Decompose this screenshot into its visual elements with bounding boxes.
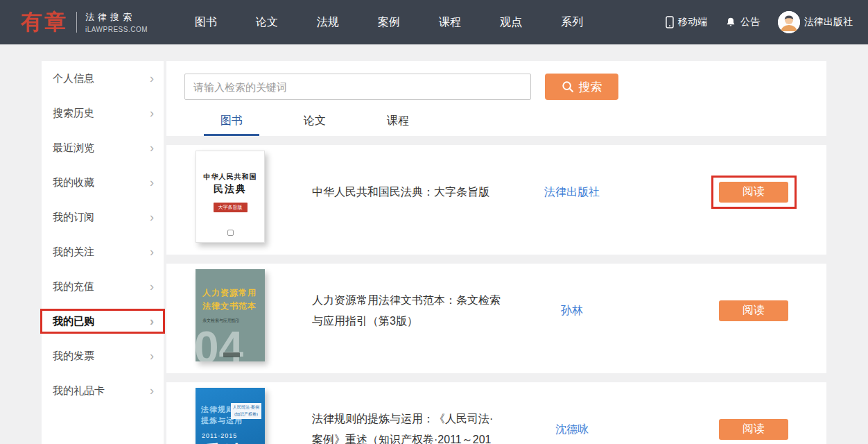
tab-books[interactable]: 图书 [204,107,259,136]
nav-papers[interactable]: 论文 [236,0,297,44]
book-title: 法律规则的提炼与运用：《人民司法· 案例》重述（知识产权卷·2011～201 [312,409,534,444]
read-button[interactable]: 阅读 [719,300,788,321]
book-cover[interactable]: 法律规则的 提炼与运用 人民司法·案例 (知识产权卷) 2011-2015 重述 [196,388,265,444]
publisher-logo-icon [223,352,240,357]
topbar: 有章 法律搜索 iLAWPRESS.COM 图书 论文 法规 案例 课程 观点 … [0,0,868,44]
cover-badge-line1: 人民司法·案例 [233,404,259,411]
sidebar-item-label: 我的礼品卡 [53,384,105,398]
nav-books[interactable]: 图书 [175,0,236,44]
chevron-right-icon: › [150,107,154,119]
cover-title-line2: 民法典 [214,183,247,196]
sidebar-item-label: 最近浏览 [53,142,94,155]
book-cover[interactable]: 中华人民共和国 民法典 大字条旨版 [196,151,265,243]
cover-title-line1: 人力资源常用 [202,287,265,299]
read-button-wrap: 阅读 [719,182,788,203]
notice-entry[interactable]: 公告 [725,16,760,28]
sidebar-item-profile[interactable]: 个人信息 › [42,61,164,96]
cover-years: 2011-2015 [202,432,265,439]
read-button-wrap: 阅读 [719,419,788,440]
cover-badge: 大字条旨版 [214,203,248,212]
sidebar: 个人信息 › 搜索历史 › 最近浏览 › 我的收藏 › 我的订阅 › 我的关注 … [42,61,164,444]
cover-title-line1: 中华人民共和国 [204,172,257,182]
nav-regulations[interactable]: 法规 [297,0,358,44]
search-input[interactable] [184,74,531,100]
search-button-label: 搜索 [579,79,602,95]
nav-series[interactable]: 系列 [541,0,602,44]
sidebar-item-label: 我的关注 [53,246,94,259]
notice-label: 公告 [740,16,760,28]
read-button[interactable]: 阅读 [719,182,788,203]
tab-courses[interactable]: 课程 [370,107,426,136]
book-title: 人力资源常用法律文书范本：条文检索 与应用指引（第3版） [312,290,534,332]
chevron-right-icon: › [150,280,154,293]
publisher-logo-icon [227,230,234,236]
nav-viewpoints[interactable]: 观点 [480,0,541,44]
user-entry[interactable]: 法律出版社 [778,11,853,33]
sidebar-item-label: 我的充值 [53,280,94,293]
chevron-right-icon: › [150,176,154,189]
book-title-line1: 中华人民共和国民法典：大字条旨版 [312,182,534,203]
book-author-link[interactable]: 孙林 [520,303,624,318]
phone-icon [666,16,674,28]
logo-domain: iLAWPRESS.COM [85,26,148,33]
book-title-line2: 案例》重述（知识产权卷·2011～201 [312,429,534,444]
user-avatar-icon [778,11,800,33]
sidebar-item-gift-cards[interactable]: 我的礼品卡 › [42,373,164,408]
book-author-link[interactable]: 法律出版社 [520,185,624,199]
chevron-right-icon: › [150,72,154,85]
sidebar-item-invoices[interactable]: 我的发票 › [42,339,164,373]
sidebar-item-label: 我的收藏 [53,176,94,189]
user-label: 法律出版社 [804,16,853,28]
bell-icon [725,17,736,28]
nav-cases[interactable]: 案例 [358,0,419,44]
book-title-line2: 与应用指引（第3版） [312,311,534,332]
read-button[interactable]: 阅读 [719,419,788,440]
logo-wordmark: 有章 [21,8,68,37]
cover-title-line2: 法律文书范本 [202,300,265,312]
sidebar-item-favorites[interactable]: 我的收藏 › [42,165,164,200]
result-tabs: 图书 论文 课程 [184,107,826,136]
tab-papers[interactable]: 论文 [287,107,342,136]
nav-courses[interactable]: 课程 [419,0,480,44]
search-panel: 搜索 图书 论文 课程 [166,61,826,136]
sidebar-item-search-history[interactable]: 搜索历史 › [42,96,164,130]
book-title-line1: 人力资源常用法律文书范本：条文检索 [312,290,534,311]
mobile-label: 移动端 [678,16,707,28]
sidebar-item-label: 我的订阅 [53,211,94,224]
sidebar-item-subscriptions[interactable]: 我的订阅 › [42,200,164,234]
sidebar-item-recently-viewed[interactable]: 最近浏览 › [42,130,164,165]
topbar-right: 移动端 公告 法律出版社 [648,11,868,33]
sidebar-item-label: 我的已购 [53,315,94,328]
read-button-wrap: 阅读 [719,300,788,321]
main-nav: 图书 论文 法规 案例 课程 观点 系列 [175,0,602,44]
chevron-right-icon: › [150,142,154,154]
book-author-link[interactable]: 沈德咏 [520,422,624,436]
chevron-right-icon: › [150,384,154,397]
book-title: 中华人民共和国民法典：大字条旨版 [312,182,534,203]
sidebar-item-label: 我的发票 [53,350,94,363]
cover-badge: 人民司法·案例 (知识产权卷) [231,403,261,419]
book-cover[interactable]: 人力资源常用 法律文书范本 条文检索与应用指引 04 [196,269,265,361]
site-logo[interactable]: 有章 法律搜索 iLAWPRESS.COM [21,8,148,37]
book-row: 法律规则的 提炼与运用 人民司法·案例 (知识产权卷) 2011-2015 重述… [166,382,826,444]
search-row: 搜索 [184,74,826,100]
sidebar-item-label: 个人信息 [53,72,94,85]
main-content: 搜索 图书 论文 课程 中华人民共和国 民法典 大字条旨版 中华人民共和国民法典… [166,61,826,444]
chevron-right-icon: › [150,246,154,258]
search-button[interactable]: 搜索 [545,74,618,100]
search-icon [562,80,574,93]
chevron-right-icon: › [150,350,154,362]
sidebar-item-follows[interactable]: 我的关注 › [42,234,164,269]
sidebar-item-recharge[interactable]: 我的充值 › [42,269,164,304]
logo-subtitle: 法律搜索 [85,11,148,24]
book-row: 中华人民共和国 民法典 大字条旨版 中华人民共和国民法典：大字条旨版 法律出版社… [166,145,826,255]
logo-divider [76,12,77,33]
book-title-line1: 法律规则的提炼与运用：《人民司法· [312,409,534,429]
chevron-right-icon: › [150,315,154,327]
chevron-right-icon: › [150,211,154,223]
book-row: 人力资源常用 法律文书范本 条文检索与应用指引 04 人力资源常用法律文书范本：… [166,264,826,373]
cover-big-title: 重述 [200,440,265,444]
sidebar-item-purchased[interactable]: 我的已购 › [42,304,164,339]
cover-badge-line2: (知识产权卷) [233,411,259,418]
mobile-entry[interactable]: 移动端 [666,16,707,28]
